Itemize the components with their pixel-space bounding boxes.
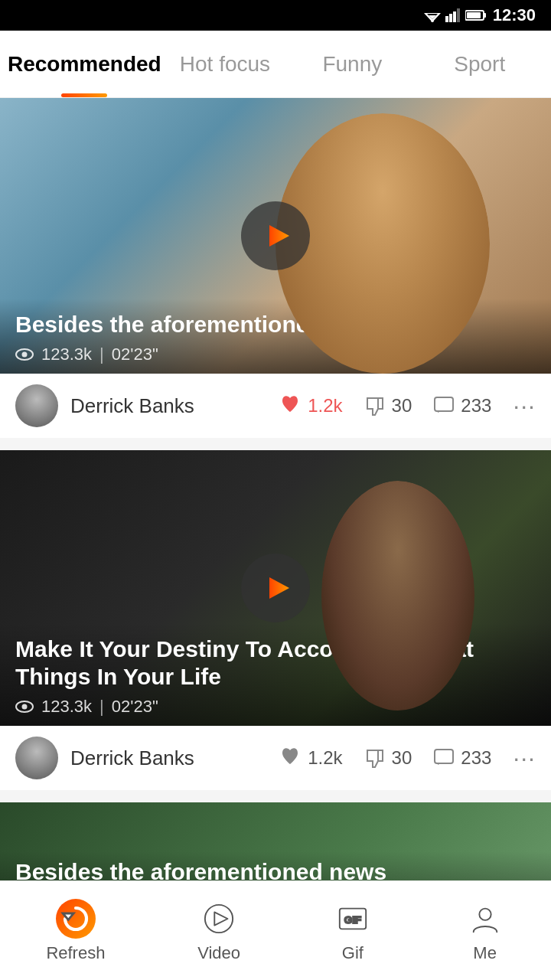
svg-rect-10 [467,12,481,18]
tab-hot-focus[interactable]: Hot focus [161,31,289,97]
play-icon [260,220,291,251]
avatar-1 [15,384,58,427]
dislike-icon-1 [364,395,386,416]
svg-point-16 [205,904,233,932]
action-buttons-1: 1.2k 30 233 ··· [279,392,536,420]
me-icon [469,903,501,935]
like-button-2[interactable]: 1.2k [279,747,342,769]
video-icon [203,903,235,935]
status-icons [424,8,487,22]
bottom-nav: Refresh Video GIF Gif Me [0,880,551,980]
gif-nav-icon: GIF [333,899,373,939]
svg-rect-14 [435,750,453,763]
dislike-button-1[interactable]: 30 [364,395,412,416]
action-row-2: Derrick Banks 1.2k 30 [0,726,551,790]
video-card-1: Besides the aforementioned news 123.3k |… [0,98,551,438]
svg-rect-6 [453,11,456,22]
dislike-button-2[interactable]: 30 [364,747,412,769]
svg-rect-5 [449,14,452,22]
tab-funny[interactable]: Funny [289,31,416,97]
refresh-icon [60,903,92,935]
video-nav-icon [199,899,239,939]
thumbnail-1[interactable]: Besides the aforementioned news 123.3k |… [0,98,551,374]
svg-text:GIF: GIF [344,913,361,925]
play-button-1[interactable] [241,201,310,270]
nav-video[interactable]: Video [197,899,240,963]
more-button-1[interactable]: ··· [513,392,536,420]
like-button-1[interactable]: 1.2k [279,395,342,416]
svg-rect-4 [445,16,448,22]
nav-me[interactable]: Me [465,899,505,963]
tab-recommended[interactable]: Recommended [8,31,161,97]
video-title-overlay-1: Besides the aforementioned news 123.3k |… [0,299,551,374]
more-button-2[interactable]: ··· [513,744,536,773]
svg-rect-12 [435,397,453,411]
author-name-1: Derrick Banks [70,394,266,418]
clock: 12:30 [493,5,536,25]
comment-button-2[interactable]: 233 [433,747,491,769]
video-title-text-2: Make It Your Destiny To Accomplish Great… [15,635,536,691]
svg-rect-9 [484,13,486,18]
nav-gif[interactable]: GIF Gif [333,899,373,963]
action-row-1: Derrick Banks 1.2k 30 [0,374,551,438]
wifi-icon [424,8,441,22]
battery-icon [465,9,487,21]
like-icon-2 [279,747,302,769]
play-icon-2 [260,573,291,603]
svg-marker-13 [269,577,289,599]
video-card-2: Make It Your Destiny To Accomplish Great… [0,450,551,790]
refresh-circle [56,899,96,939]
video-meta-1: 123.3k | 02'23" [15,345,536,364]
thumbnail-2[interactable]: Make It Your Destiny To Accomplish Great… [0,450,551,726]
tab-bar: Recommended Hot focus Funny Sport [0,31,551,98]
svg-point-20 [479,908,491,920]
author-name-2: Derrick Banks [70,746,266,770]
video-title-overlay-2: Make It Your Destiny To Accomplish Great… [0,623,551,726]
avatar-2 [15,737,58,779]
refresh-nav-icon [56,899,96,939]
svg-rect-7 [457,8,460,22]
comment-icon-2 [433,748,455,768]
svg-marker-11 [269,225,289,247]
feed: Besides the aforementioned news 123.3k |… [0,98,551,980]
eye-icon-2 [15,701,34,713]
video-meta-2: 123.3k | 02'23" [15,697,536,717]
me-nav-icon [465,899,505,939]
comment-icon-1 [433,396,455,416]
action-buttons-2: 1.2k 30 233 ··· [279,744,536,773]
eye-icon-1 [15,348,34,361]
nav-refresh[interactable]: Refresh [46,899,105,963]
play-button-2[interactable] [241,554,310,622]
like-icon-1 [279,395,302,416]
status-bar: 12:30 [0,0,551,31]
tab-active-indicator [61,93,107,97]
signal-icon [445,8,461,22]
dislike-icon-2 [364,747,386,769]
tab-sport[interactable]: Sport [416,31,543,97]
svg-marker-17 [214,912,227,925]
gif-icon: GIF [337,903,369,935]
svg-point-3 [431,19,434,22]
comment-button-1[interactable]: 233 [433,395,491,416]
video-title-text-1: Besides the aforementioned news [15,311,536,338]
